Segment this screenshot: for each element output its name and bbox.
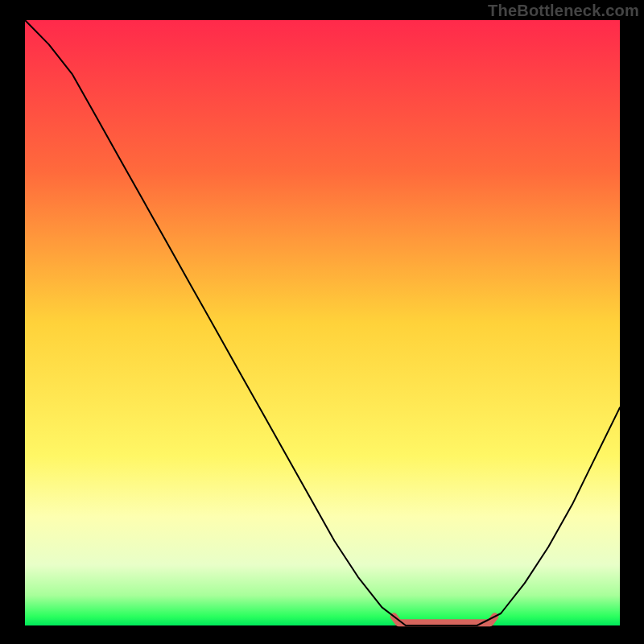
gradient-background — [25, 20, 620, 625]
chart-container: TheBottleneck.com — [0, 0, 644, 644]
bottleneck-chart — [0, 0, 644, 644]
watermark-text: TheBottleneck.com — [488, 2, 639, 20]
